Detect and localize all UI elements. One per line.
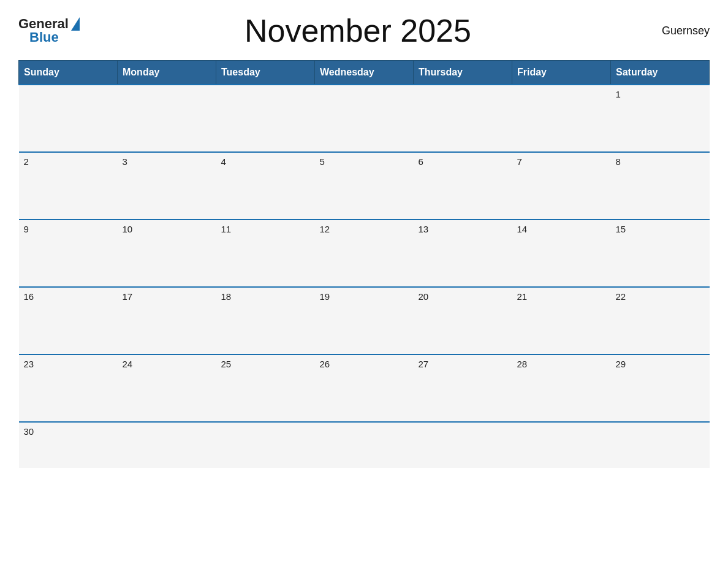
- day-number: 12: [320, 224, 330, 234]
- col-header-saturday: Saturday: [611, 61, 710, 85]
- calendar-cell: [512, 422, 611, 468]
- calendar-cell: 3: [118, 152, 216, 220]
- calendar-cell: [414, 85, 512, 152]
- day-number: 5: [320, 156, 325, 167]
- calendar-cell: 14: [512, 220, 611, 287]
- day-number: 20: [419, 291, 429, 302]
- col-header-wednesday: Wednesday: [315, 61, 414, 85]
- day-number: 15: [616, 224, 626, 234]
- day-number: 1: [616, 89, 621, 99]
- day-headers-row: SundayMondayTuesdayWednesdayThursdayFrid…: [19, 61, 710, 85]
- calendar-cell: 22: [611, 287, 710, 354]
- day-number: 10: [123, 224, 133, 234]
- logo: General Blue: [18, 16, 80, 45]
- calendar-cell: 7: [512, 152, 611, 220]
- calendar-cell: [118, 85, 216, 152]
- day-number: 18: [221, 291, 232, 302]
- col-header-tuesday: Tuesday: [216, 61, 315, 85]
- calendar-week-5: 23242526272829: [19, 354, 710, 422]
- calendar-table: SundayMondayTuesdayWednesdayThursdayFrid…: [18, 60, 710, 468]
- calendar-cell: 27: [414, 354, 512, 422]
- country-label: Guernsey: [636, 25, 710, 37]
- calendar-cell: 29: [611, 354, 710, 422]
- day-number: 8: [616, 156, 621, 167]
- calendar-cell: 28: [512, 354, 611, 422]
- day-number: 22: [616, 291, 626, 302]
- day-number: 11: [221, 224, 232, 234]
- calendar-cell: 6: [414, 152, 512, 220]
- calendar-cell: [19, 85, 118, 152]
- day-number: 27: [419, 359, 429, 369]
- calendar-cell: 12: [315, 220, 414, 287]
- day-number: 24: [123, 359, 133, 369]
- calendar-cell: 24: [118, 354, 216, 422]
- calendar-cell: 8: [611, 152, 710, 220]
- calendar-cell: 11: [216, 220, 315, 287]
- day-number: 2: [24, 156, 29, 167]
- day-number: 30: [24, 426, 34, 437]
- calendar-cell: 9: [19, 220, 118, 287]
- col-header-monday: Monday: [118, 61, 216, 85]
- calendar-cell: 2: [19, 152, 118, 220]
- day-number: 23: [24, 359, 34, 369]
- calendar-cell: 17: [118, 287, 216, 354]
- calendar-cell: 4: [216, 152, 315, 220]
- calendar-cell: [611, 422, 710, 468]
- day-number: 9: [24, 224, 29, 234]
- calendar-cell: 25: [216, 354, 315, 422]
- day-number: 4: [221, 156, 226, 167]
- day-number: 16: [24, 291, 34, 302]
- day-number: 3: [123, 156, 127, 167]
- col-header-thursday: Thursday: [414, 61, 512, 85]
- calendar-cell: 26: [315, 354, 414, 422]
- calendar-cell: [216, 85, 315, 152]
- day-number: 6: [419, 156, 423, 167]
- day-number: 13: [419, 224, 429, 234]
- calendar-week-6: 30: [19, 422, 710, 468]
- logo-triangle-icon: [71, 17, 80, 31]
- page-title: November 2025: [80, 12, 636, 49]
- calendar-cell: 5: [315, 152, 414, 220]
- calendar-week-4: 16171819202122: [19, 287, 710, 354]
- calendar-cell: 16: [19, 287, 118, 354]
- page-header: General Blue November 2025 Guernsey: [18, 12, 710, 49]
- col-header-sunday: Sunday: [19, 61, 118, 85]
- calendar-cell: 10: [118, 220, 216, 287]
- calendar-body: 1234567891011121314151617181920212223242…: [19, 85, 710, 468]
- calendar-week-3: 9101112131415: [19, 220, 710, 287]
- calendar-cell: [216, 422, 315, 468]
- calendar-week-1: 1: [19, 85, 710, 152]
- calendar-cell: 18: [216, 287, 315, 354]
- calendar-cell: 20: [414, 287, 512, 354]
- calendar-cell: [512, 85, 611, 152]
- calendar-cell: 23: [19, 354, 118, 422]
- calendar-cell: 1: [611, 85, 710, 152]
- calendar-cell: 19: [315, 287, 414, 354]
- day-number: 28: [517, 359, 528, 369]
- calendar-header: SundayMondayTuesdayWednesdayThursdayFrid…: [19, 61, 710, 85]
- day-number: 29: [616, 359, 626, 369]
- calendar-cell: 15: [611, 220, 710, 287]
- day-number: 26: [320, 359, 330, 369]
- calendar-cell: [315, 85, 414, 152]
- day-number: 7: [517, 156, 522, 167]
- day-number: 14: [517, 224, 528, 234]
- calendar-cell: 21: [512, 287, 611, 354]
- calendar-week-2: 2345678: [19, 152, 710, 220]
- day-number: 25: [221, 359, 232, 369]
- calendar-cell: [414, 422, 512, 468]
- calendar-cell: [118, 422, 216, 468]
- day-number: 17: [123, 291, 133, 302]
- calendar-cell: [315, 422, 414, 468]
- calendar-cell: 30: [19, 422, 118, 468]
- day-number: 19: [320, 291, 330, 302]
- col-header-friday: Friday: [512, 61, 611, 85]
- day-number: 21: [517, 291, 528, 302]
- logo-blue-text: Blue: [29, 29, 59, 45]
- calendar-cell: 13: [414, 220, 512, 287]
